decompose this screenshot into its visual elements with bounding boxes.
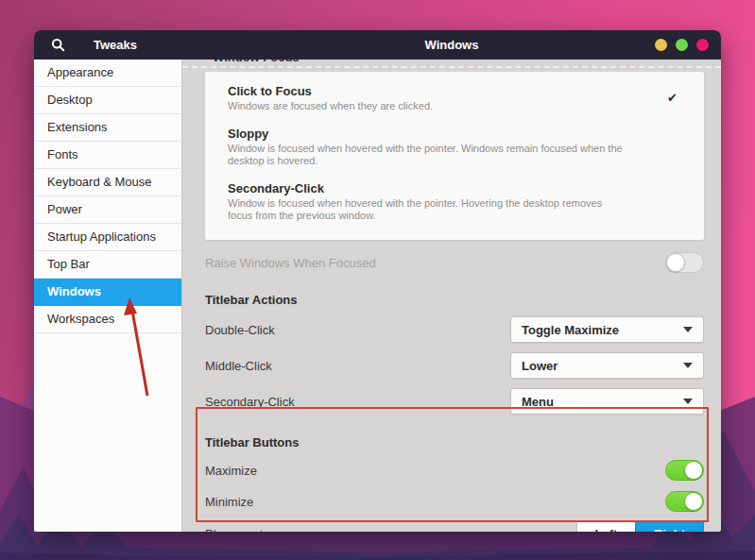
sidebar-item-startup-applications[interactable]: Startup Applications <box>34 224 181 251</box>
sidebar: Appearance Desktop Extensions Fonts Keyb… <box>34 59 182 532</box>
focus-option-description: Windows are focused when they are clicke… <box>228 100 625 112</box>
maximize-toggle[interactable] <box>665 460 704 481</box>
chevron-down-icon <box>683 327 693 332</box>
secondary-click-row: Secondary-Click Menu <box>205 388 704 415</box>
secondary-click-label: Secondary-Click <box>205 395 295 409</box>
double-click-dropdown[interactable]: Toggle Maximize <box>510 316 704 343</box>
sidebar-item-power[interactable]: Power <box>34 196 181 224</box>
toggle-knob <box>684 461 703 480</box>
titlebar-actions-header: Titlebar Actions <box>205 293 704 307</box>
window-controls <box>655 30 709 59</box>
chevron-down-icon <box>683 399 693 404</box>
middle-click-label: Middle-Click <box>205 359 272 373</box>
titlebar-buttons-header: Titlebar Buttons <box>205 435 704 450</box>
app-title: Tweaks <box>94 38 137 52</box>
toggle-knob <box>684 492 703 511</box>
double-click-value: Toggle Maximize <box>522 323 619 337</box>
middle-click-value: Lower <box>522 359 558 373</box>
minimize-label: Minimize <box>205 495 253 509</box>
placement-label: Placement <box>205 527 263 532</box>
maximize-label: Maximize <box>205 464 257 478</box>
sidebar-item-workspaces[interactable]: Workspaces <box>34 306 181 333</box>
windows-settings-panel: Window Focus Click to Focus Windows are … <box>182 59 721 532</box>
sidebar-item-keyboard-mouse[interactable]: Keyboard & Mouse <box>34 169 181 196</box>
checkmark-icon: ✔ <box>667 91 678 105</box>
placement-right-button[interactable]: Right <box>635 520 704 532</box>
search-button[interactable] <box>48 36 67 55</box>
window-button-maximize[interactable] <box>676 39 688 51</box>
raise-windows-label: Raise Windows When Focused <box>205 256 376 270</box>
double-click-label: Double-Click <box>205 323 275 337</box>
window-focus-options-card: Click to Focus Windows are focused when … <box>205 72 704 240</box>
focus-option-description: Window is focused when hovered with the … <box>228 197 625 222</box>
maximize-row: Maximize <box>205 460 704 481</box>
middle-click-row: Middle-Click Lower <box>205 352 704 379</box>
focus-option-secondary-click[interactable]: Secondary-Click Window is focused when h… <box>228 181 681 222</box>
focus-option-description: Window is focused when hovered with the … <box>228 143 625 167</box>
raise-windows-row: Raise Windows When Focused <box>205 252 704 273</box>
desktop: { "titlebar": { "app_title": "Tweaks", "… <box>0 0 755 560</box>
window-button-close[interactable] <box>696 39 709 51</box>
window-body: Appearance Desktop Extensions Fonts Keyb… <box>34 59 721 532</box>
minimize-toggle[interactable] <box>665 491 704 512</box>
search-icon <box>51 38 65 52</box>
double-click-row: Double-Click Toggle Maximize <box>205 316 704 343</box>
placement-left-button[interactable]: Left <box>576 520 635 532</box>
focus-option-title: Sloppy <box>228 127 625 141</box>
placement-segmented-control: Left Right <box>576 520 704 532</box>
toggle-knob <box>666 253 685 272</box>
tweaks-window: Tweaks Windows Appearance Desktop Extens… <box>34 30 721 532</box>
sidebar-item-desktop[interactable]: Desktop <box>34 87 181 114</box>
scroll-clip-dashed-line <box>182 66 721 68</box>
placement-row: Placement Left Right <box>205 520 704 532</box>
sidebar-item-fonts[interactable]: Fonts <box>34 142 181 169</box>
page-title: Windows <box>182 38 721 52</box>
sidebar-item-extensions[interactable]: Extensions <box>34 114 181 142</box>
window-button-minimize[interactable] <box>655 39 667 51</box>
focus-option-click-to-focus[interactable]: Click to Focus Windows are focused when … <box>228 84 681 112</box>
focus-option-sloppy[interactable]: Sloppy Window is focused when hovered wi… <box>228 127 681 167</box>
middle-click-dropdown[interactable]: Lower <box>510 352 704 379</box>
sidebar-item-appearance[interactable]: Appearance <box>34 59 181 87</box>
sidebar-item-windows[interactable]: Windows <box>34 279 181 306</box>
minimize-row: Minimize <box>205 491 704 512</box>
titlebar: Tweaks Windows <box>34 30 721 59</box>
chevron-down-icon <box>683 363 693 368</box>
focus-option-title: Click to Focus <box>228 84 625 98</box>
sidebar-item-top-bar[interactable]: Top Bar <box>34 251 181 279</box>
secondary-click-dropdown[interactable]: Menu <box>510 388 704 415</box>
secondary-click-value: Menu <box>522 395 554 409</box>
focus-option-title: Secondary-Click <box>228 181 625 195</box>
window-focus-section-header: Window Focus <box>213 59 704 66</box>
raise-windows-toggle[interactable] <box>665 252 704 273</box>
